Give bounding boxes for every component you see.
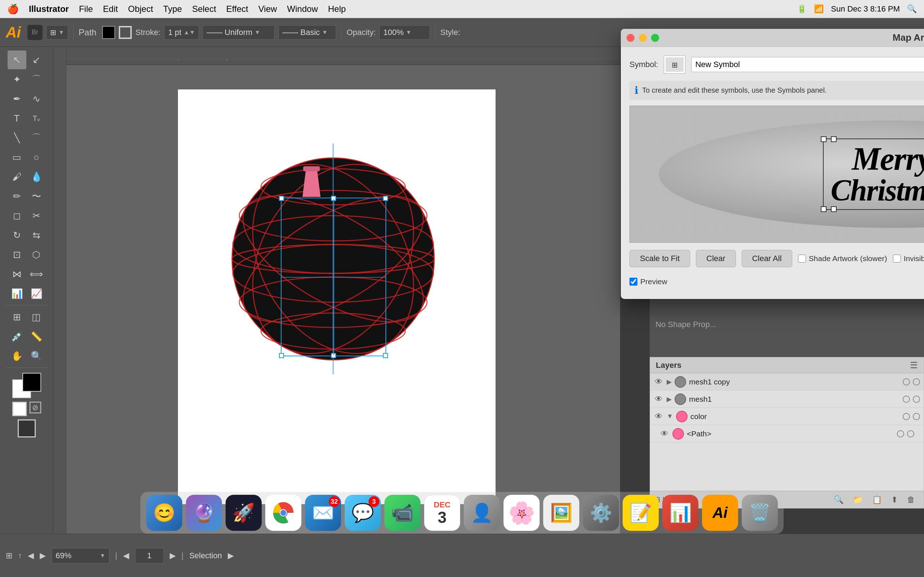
column-graph-tool[interactable]: 📈 <box>27 284 46 303</box>
dialog-close-btn[interactable] <box>627 34 635 42</box>
hand-tool[interactable]: ✋ <box>8 347 26 365</box>
menu-type[interactable]: Type <box>163 4 182 14</box>
search-icon[interactable]: 🔍 <box>907 4 917 14</box>
shade-artwork-check[interactable] <box>798 255 806 263</box>
stroke-color-swatch[interactable] <box>119 26 132 39</box>
layer-eye-1[interactable]: 👁 <box>654 377 664 387</box>
invisible-geom-check[interactable] <box>893 255 901 263</box>
layer-vis-4[interactable] <box>907 430 914 437</box>
menu-illustrator[interactable]: Illustrator <box>29 4 69 14</box>
prev-page-btn[interactable]: ◀ <box>123 551 129 561</box>
shear-tool[interactable]: ⬡ <box>27 245 46 264</box>
stroke-box[interactable] <box>12 402 27 416</box>
menu-view[interactable]: View <box>258 4 277 14</box>
dialog-max-btn[interactable] <box>651 34 659 42</box>
next-artboard-btn[interactable]: ▶ <box>40 551 46 561</box>
foreground-swatch[interactable] <box>23 373 41 392</box>
next-page-btn[interactable]: ▶ <box>170 551 176 561</box>
layer-row-path[interactable]: 👁 <Path> <box>650 425 924 443</box>
text-handle-bm[interactable] <box>831 206 837 212</box>
dock-icon-photos[interactable]: 🌸 <box>504 495 540 531</box>
scale-to-fit-button[interactable]: Scale to Fit <box>630 250 690 267</box>
touch-type-tool[interactable]: Tᵥ <box>27 109 46 128</box>
lasso-tool[interactable]: ⌒ <box>27 70 46 89</box>
scale-tool[interactable]: ⊡ <box>8 245 26 264</box>
layer-target-2[interactable] <box>903 396 910 403</box>
dock-icon-siri[interactable]: 🔮 <box>186 495 222 531</box>
preview-checkbox[interactable] <box>630 278 637 285</box>
warp-tool[interactable]: ⋈ <box>8 265 26 284</box>
dock-icon-notes[interactable]: 📝 <box>623 495 659 531</box>
dock-icon-calendar[interactable]: DEC 3 <box>424 495 460 531</box>
smooth-tool[interactable]: 〜 <box>27 187 46 206</box>
layer-eye-4[interactable]: 👁 <box>659 429 670 438</box>
dock-icon-iphoto[interactable]: 🖼️ <box>543 495 579 531</box>
status-arrow[interactable]: ▶ <box>228 551 234 561</box>
layers-new-layer-btn[interactable]: 📁 <box>850 494 866 506</box>
dock-icon-contacts[interactable]: 👤 <box>464 495 500 531</box>
eraser-tool[interactable]: ◻ <box>8 206 26 225</box>
prev-artboard-btn[interactable]: ◀ <box>28 551 34 561</box>
symbol-dropdown[interactable]: New Symbol ▼ <box>691 57 924 72</box>
layer-vis-3[interactable] <box>913 413 920 420</box>
text-handle-tm[interactable] <box>831 136 837 142</box>
zoom-tool[interactable]: 🔍 <box>27 347 46 365</box>
type-tool[interactable]: T <box>8 109 26 128</box>
pencil-tool[interactable]: ✏ <box>8 187 26 206</box>
rectangle-tool[interactable]: ▭ <box>8 148 26 167</box>
pen-tool[interactable]: ✒ <box>8 89 26 108</box>
layer-row-mesh1copy[interactable]: 👁 ▶ mesh1 copy <box>650 373 924 390</box>
scissors-tool[interactable]: ✂ <box>27 206 46 225</box>
layers-new-sublayer-btn[interactable]: 📋 <box>869 494 885 506</box>
opacity-input[interactable]: 100% ▼ <box>380 25 430 40</box>
symbol-preview-thumb[interactable]: ⊞ <box>664 56 685 74</box>
menu-effect[interactable]: Effect <box>226 4 248 14</box>
measure-tool[interactable]: 📏 <box>27 327 46 346</box>
clear-button[interactable]: Clear <box>696 250 736 267</box>
paintbrush-tool[interactable]: 🖌 <box>8 167 26 186</box>
layers-close-btn[interactable]: ☰ <box>910 360 918 371</box>
apple-menu[interactable]: 🍎 <box>7 3 19 15</box>
layer-eye-3[interactable]: 👁 <box>654 412 664 421</box>
layer-arrow-1[interactable]: ▶ <box>667 378 672 386</box>
mesh-tool[interactable]: ⊞ <box>8 308 26 326</box>
layer-target-3[interactable] <box>903 413 910 420</box>
dock-icon-mail[interactable]: ✉️ 32 <box>305 495 341 531</box>
artboard[interactable] <box>178 89 496 504</box>
layers-search-btn[interactable]: 🔍 <box>831 494 846 506</box>
layer-eye-2[interactable]: 👁 <box>654 395 664 404</box>
layer-arrow-2[interactable]: ▶ <box>667 395 672 403</box>
dock-icon-finder[interactable]: 😊 <box>146 495 182 531</box>
layer-vis-2[interactable] <box>913 396 920 403</box>
layer-row-color[interactable]: 👁 ▼ color <box>650 408 924 425</box>
menu-select[interactable]: Select <box>192 4 216 14</box>
menu-window[interactable]: Window <box>287 4 318 14</box>
text-handle-bl[interactable] <box>821 206 827 212</box>
layer-target-4[interactable] <box>897 430 904 437</box>
dock-icon-launchpad[interactable]: 🚀 <box>226 495 262 531</box>
dock-icon-trash[interactable]: 🗑️ <box>742 495 778 531</box>
menu-edit[interactable]: Edit <box>103 4 118 14</box>
dock-icon-facetime[interactable]: 📹 <box>384 495 420 531</box>
rotate-tool[interactable]: ↻ <box>8 226 26 245</box>
layer-target-1[interactable] <box>903 378 910 385</box>
text-selection-box[interactable]: Merry Christmas <box>823 139 924 210</box>
reflect-tool[interactable]: ⇆ <box>27 226 46 245</box>
page-input[interactable]: 1 <box>135 548 164 563</box>
curvature-tool[interactable]: ∿ <box>27 89 46 108</box>
dock-icon-messages[interactable]: 💬 3 <box>345 495 381 531</box>
layer-vis-1[interactable] <box>913 378 920 385</box>
dock-icon-illustrator[interactable]: Ai <box>702 495 738 531</box>
stroke-width-input[interactable]: 1 pt ▲▼ <box>164 25 199 40</box>
clear-all-button[interactable]: Clear All <box>742 250 792 267</box>
dock-icon-chrome[interactable] <box>265 495 301 531</box>
brush-definition-dropdown[interactable]: —— Basic ▼ <box>278 25 336 40</box>
graph-tool[interactable]: 📊 <box>8 284 26 303</box>
ellipse-tool[interactable]: ○ <box>27 148 46 167</box>
gradient-tool[interactable]: ◫ <box>27 308 46 326</box>
layer-row-mesh1[interactable]: 👁 ▶ mesh1 <box>650 390 924 408</box>
dock-icon-keynote[interactable]: 📊 <box>662 495 698 531</box>
line-tool[interactable]: ╲ <box>8 128 26 147</box>
blob-tool[interactable]: 💧 <box>27 167 46 186</box>
arc-tool[interactable]: ⌒ <box>27 128 46 147</box>
